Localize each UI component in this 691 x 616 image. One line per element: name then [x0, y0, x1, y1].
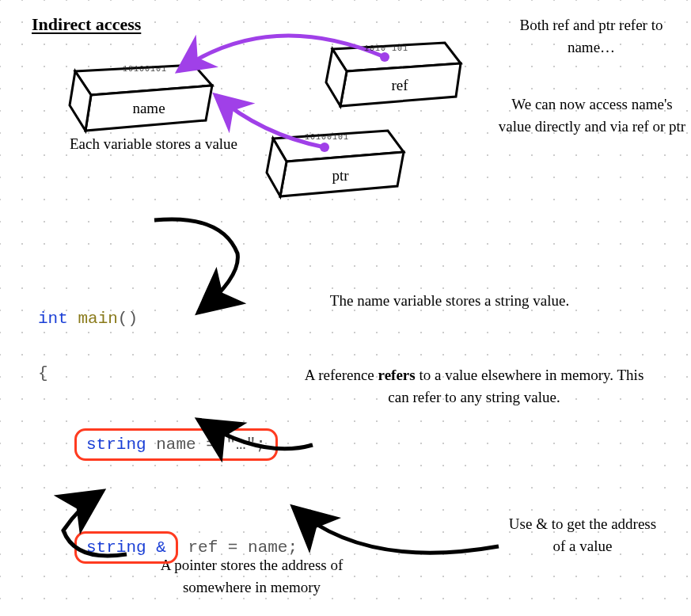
annotation-variable-stores: Each variable stores a value — [66, 133, 241, 155]
annotation-access-via: We can now access name's value directly … — [497, 93, 687, 137]
pill-string-name: string name = "…"; — [74, 428, 278, 461]
kw-string-1: string — [86, 435, 146, 454]
refers-bold: refers — [378, 367, 416, 383]
diagram-title: Indirect access — [32, 14, 141, 35]
brace-open: { — [38, 364, 335, 382]
annotation-ref-ptr-refer: Both ref and ptr refer to name… — [500, 14, 682, 58]
binary-name: 10100101 — [123, 65, 167, 74]
annotation-reference: A reference refers to a value elsewhere … — [304, 364, 644, 408]
pill-string-ref: string & — [74, 531, 178, 564]
annotation-amp-address: Use & to get the address of a value — [503, 513, 662, 557]
code-block: int main() { string name = "…"; string &… — [38, 273, 335, 616]
decl-name-rest: name = "…"; — [146, 435, 266, 454]
binary-ref: 1010 101 — [364, 44, 408, 53]
decl-ref-rest: ref = name; — [178, 538, 298, 557]
binary-ptr: 10100101 — [305, 133, 349, 142]
parens: () — [118, 310, 138, 328]
kw-int: int — [38, 310, 68, 328]
fn-main: main — [78, 310, 117, 328]
kw-string-2: string & — [86, 538, 166, 557]
